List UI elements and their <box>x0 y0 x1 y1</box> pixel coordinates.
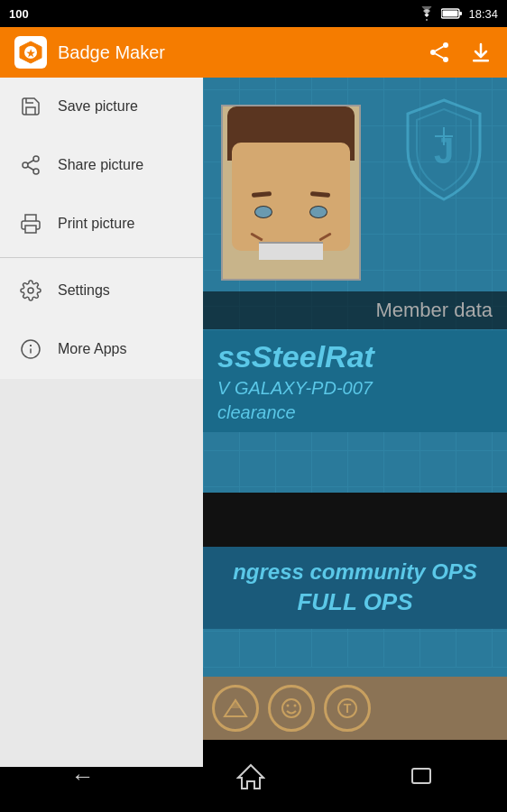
more-apps-label: More Apps <box>58 341 126 357</box>
svg-rect-1 <box>443 11 458 17</box>
svg-rect-11 <box>473 60 489 62</box>
badge-shield-logo: J <box>399 96 489 204</box>
toolbar-title: Badge Maker <box>58 42 428 63</box>
svg-rect-34 <box>412 769 430 783</box>
svg-point-28 <box>28 288 33 293</box>
svg-point-22 <box>33 156 39 161</box>
print-icon <box>18 211 43 236</box>
battery-level: 100 <box>9 7 29 21</box>
svg-point-18 <box>287 705 290 707</box>
full-ops-text: FULL OPS <box>217 588 493 616</box>
mountain-circle-icon <box>212 685 259 732</box>
drawer-item-more-apps[interactable]: More Apps <box>0 320 203 379</box>
drawer-item-print-picture[interactable]: Print picture <box>0 195 203 254</box>
dark-divider <box>203 493 507 547</box>
drawer-share-icon <box>18 152 43 178</box>
svg-marker-33 <box>238 765 263 789</box>
member-data-label: Member data <box>375 299 493 321</box>
toolbar-actions <box>428 41 493 64</box>
face-skin <box>232 143 350 251</box>
side-drawer: Save picture Share picture Print picture <box>0 78 203 767</box>
drawer-item-save-picture[interactable]: Save picture <box>0 78 203 136</box>
settings-icon <box>18 278 43 303</box>
member-info: ssSteelRat V GALAXY-PD-007 clearance <box>203 330 507 432</box>
app-logo: ★ <box>14 36 47 69</box>
print-picture-label: Print picture <box>58 216 134 232</box>
svg-point-6 <box>443 42 448 48</box>
svg-point-17 <box>282 699 300 717</box>
icon-bar: T <box>203 677 507 740</box>
wifi-icon <box>418 6 436 21</box>
svg-point-19 <box>294 705 297 707</box>
svg-line-25 <box>28 161 34 164</box>
share-picture-label: Share picture <box>58 157 143 173</box>
shirt-collar <box>259 242 323 260</box>
community-text: ngress community OPS <box>217 559 493 585</box>
battery-icon <box>441 7 463 20</box>
svg-rect-27 <box>25 226 36 233</box>
face-eyes <box>254 206 327 218</box>
svg-point-7 <box>430 50 436 55</box>
svg-line-10 <box>436 54 444 59</box>
status-right: 18:34 <box>418 6 498 21</box>
svg-point-23 <box>23 162 28 168</box>
recents-button[interactable] <box>407 761 436 790</box>
save-icon <box>18 94 43 119</box>
settings-label: Settings <box>58 282 110 299</box>
time-display: 18:34 <box>468 7 498 21</box>
smiley-circle-icon <box>268 685 315 732</box>
member-data-header: Member data <box>203 291 507 329</box>
svg-point-24 <box>33 169 39 174</box>
home-button[interactable] <box>236 761 265 790</box>
portrait-container <box>221 105 361 281</box>
svg-line-9 <box>436 47 444 51</box>
save-picture-label: Save picture <box>58 98 138 115</box>
right-smile <box>318 232 331 241</box>
status-bar: 100 18:34 <box>0 0 507 27</box>
svg-text:T: T <box>344 701 352 715</box>
drawer-spacer <box>0 379 203 767</box>
share-button[interactable] <box>428 41 451 64</box>
community-section: ngress community OPS FULL OPS <box>203 547 507 629</box>
svg-rect-2 <box>459 12 462 15</box>
member-name: ssSteelRat <box>217 339 493 374</box>
download-button[interactable] <box>469 41 493 64</box>
left-eye <box>254 206 272 218</box>
toolbar: ★ Badge Maker <box>0 27 507 78</box>
text-circle-icon: T <box>324 685 371 732</box>
right-eye <box>309 206 327 218</box>
left-smile <box>250 232 263 241</box>
drawer-item-settings[interactable]: Settings <box>0 262 203 320</box>
drawer-item-share-picture[interactable]: Share picture <box>0 136 203 195</box>
svg-point-32 <box>30 345 32 346</box>
svg-line-26 <box>28 167 34 171</box>
member-clearance: clearance <box>217 402 493 423</box>
info-icon <box>18 337 43 362</box>
left-eyebrow <box>252 191 272 198</box>
right-eyebrow <box>310 191 330 198</box>
svg-text:★: ★ <box>26 48 36 59</box>
member-id: V GALAXY-PD-007 <box>217 378 493 399</box>
drawer-divider <box>0 257 203 258</box>
svg-point-8 <box>443 57 448 62</box>
